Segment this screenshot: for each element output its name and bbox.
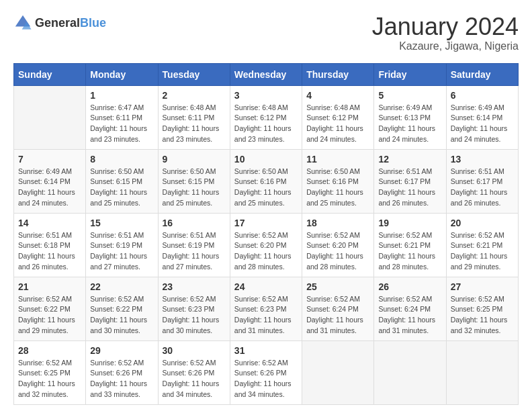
calendar-title: January 2024 (372, 13, 519, 40)
day-cell: 12Sunrise: 6:51 AMSunset: 6:17 PMDayligh… (374, 149, 446, 213)
day-number: 25 (306, 281, 369, 292)
header-cell-wednesday: Wednesday (230, 63, 302, 85)
day-number: 11 (306, 154, 369, 165)
day-number: 27 (451, 281, 514, 292)
day-cell: 25Sunrise: 6:52 AMSunset: 6:24 PMDayligh… (302, 277, 374, 340)
day-info: Sunrise: 6:52 AMSunset: 6:26 PMDaylight:… (234, 358, 298, 400)
day-cell: 5Sunrise: 6:49 AMSunset: 6:13 PMDaylight… (374, 85, 446, 149)
day-number: 31 (234, 345, 298, 356)
day-info: Sunrise: 6:50 AMSunset: 6:15 PMDaylight:… (90, 167, 153, 209)
week-row-3: 21Sunrise: 6:52 AMSunset: 6:22 PMDayligh… (14, 277, 519, 340)
week-row-2: 14Sunrise: 6:51 AMSunset: 6:18 PMDayligh… (14, 213, 519, 277)
day-cell: 23Sunrise: 6:52 AMSunset: 6:23 PMDayligh… (158, 277, 230, 340)
calendar-subtitle: Kazaure, Jigawa, Nigeria (372, 40, 519, 52)
header-cell-saturday: Saturday (446, 63, 518, 85)
day-cell: 21Sunrise: 6:52 AMSunset: 6:22 PMDayligh… (14, 277, 86, 340)
day-info: Sunrise: 6:49 AMSunset: 6:14 PMDaylight:… (451, 103, 514, 145)
day-number: 26 (378, 281, 441, 292)
day-cell: 17Sunrise: 6:52 AMSunset: 6:20 PMDayligh… (230, 213, 302, 277)
day-cell: 28Sunrise: 6:52 AMSunset: 6:25 PMDayligh… (14, 340, 86, 404)
day-info: Sunrise: 6:51 AMSunset: 6:18 PMDaylight:… (18, 230, 81, 273)
day-number: 6 (451, 90, 514, 101)
day-cell: 2Sunrise: 6:48 AMSunset: 6:11 PMDaylight… (158, 85, 230, 149)
day-number: 13 (451, 154, 514, 165)
calendar-table: SundayMondayTuesdayWednesdayThursdayFrid… (13, 63, 519, 405)
day-cell: 20Sunrise: 6:52 AMSunset: 6:21 PMDayligh… (446, 213, 518, 277)
header-cell-tuesday: Tuesday (158, 63, 230, 85)
day-info: Sunrise: 6:48 AMSunset: 6:11 PMDaylight:… (163, 103, 226, 145)
day-info: Sunrise: 6:49 AMSunset: 6:14 PMDaylight:… (18, 167, 81, 209)
day-info: Sunrise: 6:51 AMSunset: 6:19 PMDaylight:… (163, 230, 226, 273)
day-cell: 11Sunrise: 6:50 AMSunset: 6:16 PMDayligh… (302, 149, 374, 213)
day-cell: 1Sunrise: 6:47 AMSunset: 6:11 PMDaylight… (86, 85, 158, 149)
day-cell: 16Sunrise: 6:51 AMSunset: 6:19 PMDayligh… (158, 213, 230, 277)
day-cell: 15Sunrise: 6:51 AMSunset: 6:19 PMDayligh… (86, 213, 158, 277)
day-number: 4 (306, 90, 369, 101)
day-cell: 19Sunrise: 6:52 AMSunset: 6:21 PMDayligh… (374, 213, 446, 277)
day-info: Sunrise: 6:49 AMSunset: 6:13 PMDaylight:… (378, 103, 441, 145)
day-cell: 8Sunrise: 6:50 AMSunset: 6:15 PMDaylight… (86, 149, 158, 213)
day-info: Sunrise: 6:52 AMSunset: 6:25 PMDaylight:… (451, 294, 514, 336)
day-number: 24 (234, 281, 298, 292)
day-info: Sunrise: 6:51 AMSunset: 6:17 PMDaylight:… (451, 167, 514, 209)
day-info: Sunrise: 6:52 AMSunset: 6:23 PMDaylight:… (234, 294, 298, 336)
calendar-body: 1Sunrise: 6:47 AMSunset: 6:11 PMDaylight… (14, 85, 519, 404)
day-number: 22 (90, 281, 153, 292)
day-number: 10 (234, 154, 298, 165)
day-cell: 4Sunrise: 6:48 AMSunset: 6:12 PMDaylight… (302, 85, 374, 149)
day-info: Sunrise: 6:48 AMSunset: 6:12 PMDaylight:… (234, 103, 298, 145)
day-number: 3 (234, 90, 298, 101)
day-info: Sunrise: 6:52 AMSunset: 6:20 PMDaylight:… (234, 230, 298, 273)
day-cell: 30Sunrise: 6:52 AMSunset: 6:26 PMDayligh… (158, 340, 230, 404)
day-number: 23 (163, 281, 226, 292)
day-info: Sunrise: 6:52 AMSunset: 6:26 PMDaylight:… (163, 358, 226, 400)
page-header: GeneralBlue January 2024 Kazaure, Jigawa… (13, 13, 519, 52)
day-cell (446, 340, 518, 404)
day-info: Sunrise: 6:50 AMSunset: 6:16 PMDaylight:… (234, 167, 298, 209)
day-cell (374, 340, 446, 404)
day-cell: 31Sunrise: 6:52 AMSunset: 6:26 PMDayligh… (230, 340, 302, 404)
day-info: Sunrise: 6:52 AMSunset: 6:24 PMDaylight:… (378, 294, 441, 336)
day-info: Sunrise: 6:52 AMSunset: 6:23 PMDaylight:… (163, 294, 226, 336)
day-number: 15 (90, 218, 153, 228)
logo-icon (13, 13, 32, 32)
day-number: 2 (163, 90, 226, 101)
logo: GeneralBlue (13, 13, 106, 32)
day-number: 30 (163, 345, 226, 356)
day-cell: 26Sunrise: 6:52 AMSunset: 6:24 PMDayligh… (374, 277, 446, 340)
day-cell: 18Sunrise: 6:52 AMSunset: 6:20 PMDayligh… (302, 213, 374, 277)
logo-text-blue: Blue (80, 16, 106, 30)
day-number: 28 (18, 345, 81, 356)
day-number: 12 (378, 154, 441, 165)
day-number: 29 (90, 345, 153, 356)
day-info: Sunrise: 6:52 AMSunset: 6:26 PMDaylight:… (90, 358, 153, 400)
header-row: SundayMondayTuesdayWednesdayThursdayFrid… (14, 63, 519, 85)
week-row-4: 28Sunrise: 6:52 AMSunset: 6:25 PMDayligh… (14, 340, 519, 404)
day-number: 5 (378, 90, 441, 101)
header-cell-friday: Friday (374, 63, 446, 85)
day-number: 1 (90, 90, 153, 101)
day-cell: 14Sunrise: 6:51 AMSunset: 6:18 PMDayligh… (14, 213, 86, 277)
day-number: 16 (163, 218, 226, 228)
day-number: 18 (306, 218, 369, 228)
header-cell-sunday: Sunday (14, 63, 86, 85)
day-cell: 22Sunrise: 6:52 AMSunset: 6:22 PMDayligh… (86, 277, 158, 340)
day-info: Sunrise: 6:48 AMSunset: 6:12 PMDaylight:… (306, 103, 369, 145)
day-cell: 13Sunrise: 6:51 AMSunset: 6:17 PMDayligh… (446, 149, 518, 213)
day-info: Sunrise: 6:51 AMSunset: 6:19 PMDaylight:… (90, 230, 153, 273)
week-row-1: 7Sunrise: 6:49 AMSunset: 6:14 PMDaylight… (14, 149, 519, 213)
day-info: Sunrise: 6:51 AMSunset: 6:17 PMDaylight:… (378, 167, 441, 209)
day-info: Sunrise: 6:52 AMSunset: 6:24 PMDaylight:… (306, 294, 369, 336)
week-row-0: 1Sunrise: 6:47 AMSunset: 6:11 PMDaylight… (14, 85, 519, 149)
day-info: Sunrise: 6:50 AMSunset: 6:16 PMDaylight:… (306, 167, 369, 209)
header-cell-thursday: Thursday (302, 63, 374, 85)
day-cell (14, 85, 86, 149)
day-info: Sunrise: 6:52 AMSunset: 6:25 PMDaylight:… (18, 358, 81, 400)
day-cell: 9Sunrise: 6:50 AMSunset: 6:15 PMDaylight… (158, 149, 230, 213)
day-info: Sunrise: 6:50 AMSunset: 6:15 PMDaylight:… (163, 167, 226, 209)
day-number: 21 (18, 281, 81, 292)
day-cell: 6Sunrise: 6:49 AMSunset: 6:14 PMDaylight… (446, 85, 518, 149)
day-info: Sunrise: 6:52 AMSunset: 6:22 PMDaylight:… (18, 294, 81, 336)
day-number: 19 (378, 218, 441, 228)
day-info: Sunrise: 6:52 AMSunset: 6:20 PMDaylight:… (306, 230, 369, 273)
